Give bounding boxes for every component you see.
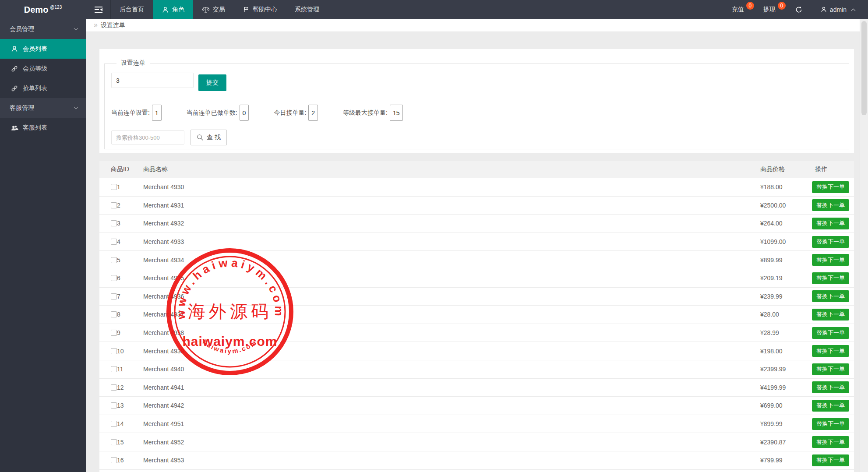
- nav-label: 交易: [213, 6, 225, 14]
- row-checkbox[interactable]: [111, 220, 117, 226]
- row-name: Merchant 4935: [143, 275, 725, 282]
- row-checkbox[interactable]: [111, 402, 117, 409]
- sidebar-item-member-list[interactable]: 会员列表: [0, 39, 86, 59]
- replace-next-order-button[interactable]: 替换下一单: [812, 309, 849, 321]
- row-checkbox[interactable]: [111, 202, 117, 208]
- product-table-card: 商品ID 商品名称 商品价格 操作 1 Merchant 4930 ¥188.0…: [99, 161, 854, 472]
- row-price: ¥28.99: [725, 329, 795, 336]
- action-cell: 替换下一单: [795, 400, 847, 412]
- withdraw-badge: 0: [778, 2, 786, 10]
- table-row: 10 Merchant 4939 ¥198.00 替换下一单: [99, 342, 854, 360]
- row-checkbox[interactable]: [111, 384, 117, 391]
- scrollbar-thumb[interactable]: [861, 21, 867, 115]
- row-checkbox[interactable]: [111, 311, 117, 317]
- replace-next-order-button[interactable]: 替换下一单: [812, 400, 849, 412]
- replace-next-order-button[interactable]: 替换下一单: [812, 272, 849, 284]
- replace-next-order-button[interactable]: 替换下一单: [812, 381, 849, 393]
- row-id: 8: [117, 311, 120, 318]
- replace-next-order-button[interactable]: 替换下一单: [812, 218, 849, 229]
- stat-item: 今日接单量: 2: [274, 105, 318, 121]
- scales-icon: [202, 6, 210, 14]
- row-checkbox[interactable]: [111, 239, 117, 245]
- breadcrumb-label: 设置连单: [101, 21, 125, 29]
- stat-value: 0: [240, 105, 249, 121]
- row-checkbox[interactable]: [111, 421, 117, 427]
- sidebar-item-member-level[interactable]: 会员等级: [0, 59, 86, 78]
- withdraw-label: 提现: [763, 6, 776, 14]
- row-id: 9: [117, 329, 120, 336]
- withdraw-link[interactable]: 提现 0: [763, 6, 776, 14]
- id-cell: 5: [111, 257, 143, 264]
- row-checkbox[interactable]: [111, 366, 117, 372]
- row-name: Merchant 4931: [143, 202, 725, 209]
- replace-next-order-button[interactable]: 替换下一单: [812, 436, 849, 448]
- row-name: Merchant 4932: [143, 220, 725, 227]
- row-checkbox[interactable]: [111, 184, 117, 190]
- link-icon: [11, 65, 18, 73]
- refresh-icon: [795, 6, 803, 14]
- stat-value: 15: [390, 105, 403, 121]
- chain-count-input[interactable]: [111, 73, 194, 88]
- nav-item-role[interactable]: 角色: [153, 0, 193, 19]
- row-checkbox[interactable]: [111, 293, 117, 299]
- action-cell: 替换下一单: [795, 418, 847, 430]
- replace-next-order-button[interactable]: 替换下一单: [812, 345, 849, 357]
- logo[interactable]: Demo@123: [0, 0, 86, 19]
- section-label: 客服管理: [10, 104, 34, 111]
- action-cell: 替换下一单: [795, 181, 847, 193]
- table-row: 15 Merchant 4952 ¥2390.87 替换下一单: [99, 433, 854, 451]
- row-checkbox[interactable]: [111, 257, 117, 263]
- sidebar-section-member[interactable]: 会员管理: [0, 19, 86, 39]
- row-id: 13: [117, 402, 124, 409]
- stat-label: 当前连单设置:: [111, 109, 150, 117]
- id-cell: 16: [111, 457, 143, 464]
- row-price: ¥899.99: [725, 420, 795, 427]
- row-checkbox[interactable]: [111, 457, 117, 463]
- nav-item-system[interactable]: 系统管理: [286, 0, 328, 19]
- table-row: 4 Merchant 4933 ¥1099.00 替换下一单: [99, 233, 854, 251]
- hamburger-icon[interactable]: [86, 0, 111, 19]
- stat-value: 2: [308, 105, 318, 121]
- table-header: 商品ID 商品名称 商品价格 操作: [99, 161, 854, 178]
- stat-label: 等级最大接单量:: [343, 109, 388, 117]
- row-id: 2: [117, 202, 120, 209]
- row-price: ¥28.00: [725, 311, 795, 318]
- recharge-link[interactable]: 充值 0: [732, 6, 744, 14]
- row-id: 5: [117, 257, 120, 264]
- user-menu[interactable]: admin: [820, 6, 855, 13]
- refresh-button[interactable]: [795, 6, 803, 14]
- chain-settings-card: 设置连单 提交 当前连单设置: 1 当前连单已做单数: 0 今日接单量:: [99, 49, 854, 153]
- table-body: 1 Merchant 4930 ¥188.00 替换下一单 2 Merchant…: [99, 178, 854, 470]
- sidebar-item-grab-list[interactable]: 抢单列表: [0, 78, 86, 98]
- replace-next-order-button[interactable]: 替换下一单: [812, 418, 849, 430]
- recharge-badge: 0: [746, 2, 754, 10]
- row-checkbox[interactable]: [111, 439, 117, 445]
- id-cell: 4: [111, 238, 143, 245]
- replace-next-order-button[interactable]: 替换下一单: [812, 181, 849, 193]
- chain-settings-fieldset: 设置连单 提交 当前连单设置: 1 当前连单已做单数: 0 今日接单量:: [104, 63, 849, 149]
- nav-item-trade[interactable]: 交易: [193, 0, 234, 19]
- row-checkbox[interactable]: [111, 275, 117, 281]
- replace-next-order-button[interactable]: 替换下一单: [812, 290, 849, 302]
- search-button[interactable]: 查 找: [191, 130, 227, 145]
- price-search-input[interactable]: [111, 130, 184, 144]
- replace-next-order-button[interactable]: 替换下一单: [812, 327, 849, 339]
- row-price: ¥2399.99: [725, 366, 795, 373]
- replace-next-order-button[interactable]: 替换下一单: [812, 454, 849, 466]
- nav-item-help[interactable]: 帮助中心: [234, 0, 286, 19]
- sidebar-item-service-list[interactable]: 客服列表: [0, 118, 86, 137]
- replace-next-order-button[interactable]: 替换下一单: [812, 236, 849, 248]
- row-name: Merchant 4937: [143, 311, 725, 318]
- sidebar-section-service[interactable]: 客服管理: [0, 98, 86, 118]
- breadcrumb: » 设置连单: [86, 19, 860, 32]
- submit-button[interactable]: 提交: [198, 74, 226, 91]
- replace-next-order-button[interactable]: 替换下一单: [812, 199, 849, 211]
- row-checkbox[interactable]: [111, 330, 117, 336]
- replace-next-order-button[interactable]: 替换下一单: [812, 363, 849, 375]
- row-name: Merchant 4953: [143, 457, 725, 464]
- nav-item-dashboard[interactable]: 后台首页: [111, 0, 153, 19]
- row-name: Merchant 4940: [143, 366, 725, 373]
- row-checkbox[interactable]: [111, 348, 117, 354]
- replace-next-order-button[interactable]: 替换下一单: [812, 254, 849, 266]
- row-price: ¥239.99: [725, 293, 795, 300]
